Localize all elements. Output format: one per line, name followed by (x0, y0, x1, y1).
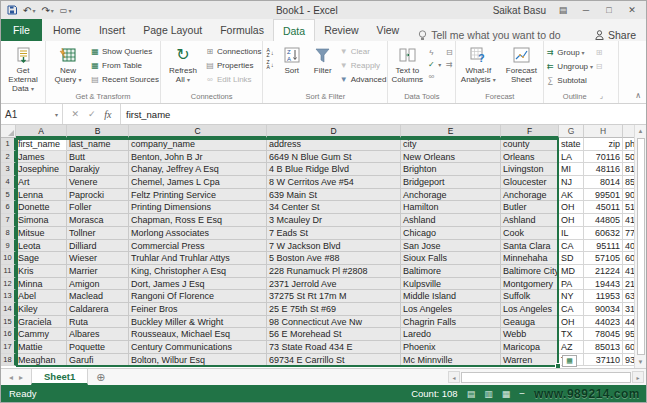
cell-B11[interactable]: Marrier (67, 265, 129, 278)
insert-function-icon[interactable]: fx (104, 109, 111, 120)
data-validation-button[interactable]: ✓▾ (426, 59, 441, 70)
name-box[interactable]: A1 ▾ (1, 104, 63, 124)
reapply-filter-button[interactable]: ▼Reapply (339, 59, 387, 72)
page-break-view-icon[interactable]: ▦ (502, 389, 511, 399)
scroll-down-icon[interactable]: ▼ (638, 356, 644, 368)
forecast-sheet-button[interactable]: Forecast Sheet (500, 43, 542, 84)
save-icon[interactable] (7, 5, 17, 15)
cell-A11[interactable]: Kris (16, 265, 67, 278)
cell-E2[interactable]: New Orleans (401, 151, 501, 164)
cell-C18[interactable]: Bolton, Wilbur Esq (129, 354, 267, 367)
cell-A15[interactable]: Graciela (16, 316, 67, 329)
cell-D6[interactable]: 34 Center St (267, 201, 401, 214)
normal-view-icon[interactable]: ▤ (467, 389, 476, 399)
cell-E8[interactable]: Chicago (401, 227, 501, 240)
cell-B3[interactable]: Darakjy (67, 163, 129, 176)
cell-B6[interactable]: Foller (67, 201, 129, 214)
cell-D2[interactable]: 6649 N Blue Gum St (267, 151, 401, 164)
ungroup-button[interactable]: ⇇Ungroup▾ (545, 60, 593, 73)
row-header-18[interactable]: 18 (1, 354, 16, 367)
cell-F8[interactable]: Cook (501, 227, 559, 240)
tab-page-layout[interactable]: Page Layout (134, 19, 211, 41)
cell-D13[interactable]: 37275 St Rt 17m M (267, 290, 401, 303)
cell-E6[interactable]: Hamilton (401, 201, 501, 214)
cell-D17[interactable]: 73 State Road 434 E (267, 341, 401, 354)
cell-B14[interactable]: Caldarera (67, 303, 129, 316)
filter-button[interactable]: Filter (308, 43, 338, 75)
cell-B2[interactable]: Butt (67, 151, 129, 164)
cell-C13[interactable]: Rangoni Of Florence (129, 290, 267, 303)
formula-input[interactable]: first_name (121, 104, 646, 124)
sort-ascending-button[interactable]: AZ↓ (264, 47, 275, 58)
row-header-15[interactable]: 15 (1, 316, 16, 329)
cell-F12[interactable]: Montgomery (501, 278, 559, 291)
cell-E12[interactable]: Kulpsville (401, 278, 501, 291)
cell-H7[interactable]: 44805 (584, 214, 623, 227)
row-header-4[interactable]: 4 (1, 176, 16, 189)
row-header-17[interactable]: 17 (1, 341, 16, 354)
cell-C11[interactable]: King, Christopher A Esq (129, 265, 267, 278)
cell-G8[interactable]: IL (559, 227, 584, 240)
page-layout-view-icon[interactable]: ▥ (484, 389, 493, 399)
cell-F5[interactable]: Anchorage (501, 189, 559, 202)
cell-H10[interactable]: 57105 (584, 252, 623, 265)
sheet-tab-sheet1[interactable]: Sheet1 (31, 369, 88, 385)
cell-B17[interactable]: Poquette (67, 341, 129, 354)
cell-H18[interactable]: 37110 (584, 354, 623, 367)
row-header-10[interactable]: 10 (1, 252, 16, 265)
cell-A12[interactable]: Minna (16, 278, 67, 291)
cell-G9[interactable]: CA (559, 240, 584, 253)
cell-C10[interactable]: Truhlar And Truhlar Attys (129, 252, 267, 265)
cell-H12[interactable]: 19443 (584, 278, 623, 291)
cell-A16[interactable]: Cammy (16, 328, 67, 341)
cancel-icon[interactable]: ✕ (71, 109, 79, 119)
cell-E5[interactable]: Anchorage (401, 189, 501, 202)
row-header-9[interactable]: 9 (1, 240, 16, 253)
cell-C2[interactable]: Benton, John B Jr (129, 151, 267, 164)
outline-dialog-launcher[interactable]: ⌟ (600, 90, 603, 102)
vertical-scrollbar[interactable]: ▲ ▼ (634, 125, 646, 368)
refresh-all-button[interactable]: ↻ Refresh All ▾ (162, 43, 204, 84)
cell-F10[interactable]: Minnehaha (501, 252, 559, 265)
scroll-right-icon[interactable]: ▸ (632, 371, 644, 383)
tab-formulas[interactable]: Formulas (211, 19, 273, 41)
row-header-1[interactable]: 1 (1, 138, 16, 151)
cell-F11[interactable]: Baltimore City (501, 265, 559, 278)
cell-C14[interactable]: Feiner Bros (129, 303, 267, 316)
cell-E13[interactable]: Middle Island (401, 290, 501, 303)
clear-filter-button[interactable]: ▼Clear (339, 45, 387, 58)
scroll-left-icon[interactable]: ◂ (448, 371, 460, 383)
cell-A1[interactable]: first_name (16, 138, 67, 151)
undo-button[interactable]: ↶▾ (23, 5, 35, 16)
cell-D16[interactable]: 56 E Morehead St (267, 328, 401, 341)
show-queries-button[interactable]: ▦Show Queries (90, 45, 159, 58)
cell-B18[interactable]: Garufi (67, 354, 129, 367)
cell-E14[interactable]: Los Angeles (401, 303, 501, 316)
sheet-nav-right-icon[interactable]: ▸ (19, 373, 23, 382)
cell-D5[interactable]: 639 Main St (267, 189, 401, 202)
cell-H13[interactable]: 11953 (584, 290, 623, 303)
hide-detail-button[interactable]: ⊟ (594, 60, 604, 73)
ribbon-display-options-icon[interactable]: ▤ (557, 5, 569, 15)
cell-H16[interactable]: 78045 (584, 328, 623, 341)
cell-H1[interactable]: zip (584, 138, 623, 151)
cell-B15[interactable]: Ruta (67, 316, 129, 329)
cell-G11[interactable]: MD (559, 265, 584, 278)
flash-fill-button[interactable]: ϟ (426, 47, 441, 58)
cell-E1[interactable]: city (401, 138, 501, 151)
from-table-button[interactable]: ▦From Table (90, 59, 159, 72)
row-header-14[interactable]: 14 (1, 303, 16, 316)
cell-F13[interactable]: Suffolk (501, 290, 559, 303)
cell-A9[interactable]: Leota (16, 240, 67, 253)
cell-E11[interactable]: Baltimore (401, 265, 501, 278)
cell-E4[interactable]: Bridgeport (401, 176, 501, 189)
cell-A14[interactable]: Kiley (16, 303, 67, 316)
cell-H17[interactable]: 85013 (584, 341, 623, 354)
cell-E16[interactable]: Laredo (401, 328, 501, 341)
remove-duplicates-button[interactable]: ⊟ (444, 47, 454, 58)
tab-data[interactable]: Data (273, 19, 315, 41)
cell-C1[interactable]: company_name (129, 138, 267, 151)
cell-G12[interactable]: PA (559, 278, 584, 291)
cell-H3[interactable]: 48116 (584, 163, 623, 176)
get-external-data-button[interactable]: Get External Data ▾ (2, 43, 44, 94)
